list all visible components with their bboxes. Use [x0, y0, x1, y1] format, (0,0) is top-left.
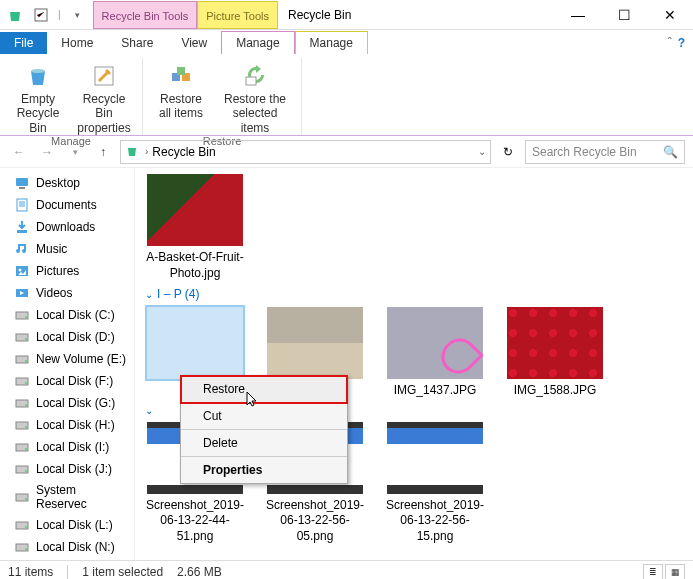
- properties-icon[interactable]: [32, 6, 50, 24]
- restore-selected-button[interactable]: Restore the selected items: [219, 60, 291, 135]
- chevron-right-icon[interactable]: ›: [145, 146, 148, 157]
- file-item[interactable]: IMG_1588.JPG: [505, 307, 605, 399]
- svg-point-17: [25, 338, 27, 340]
- file-item[interactable]: Screenshot_2019-06-13-22-56-15.png: [385, 422, 485, 545]
- minimize-button[interactable]: —: [555, 0, 601, 30]
- file-item[interactable]: IMG_1437.JPG: [385, 307, 485, 399]
- svg-point-1: [31, 69, 45, 73]
- file-name: Screenshot_2019-06-13-22-56-05.png: [265, 498, 365, 545]
- empty-recycle-bin-button[interactable]: Empty Recycle Bin: [10, 60, 66, 135]
- breadcrumb[interactable]: › Recycle Bin ⌄: [120, 140, 491, 164]
- status-item-count: 11 items: [8, 565, 53, 579]
- svg-point-21: [25, 382, 27, 384]
- group-header[interactable]: ⌄ I – P (4): [145, 287, 683, 301]
- context-menu-properties[interactable]: Properties: [181, 457, 347, 483]
- sidebar-item[interactable]: Local Disk (H:): [0, 414, 134, 436]
- sidebar-item[interactable]: New Volume (E:): [0, 348, 134, 370]
- svg-point-19: [25, 360, 27, 362]
- thumbnail: [147, 174, 243, 246]
- status-bar: 11 items 1 item selected 2.66 MB ≣ ▦: [0, 560, 693, 579]
- sidebar-item[interactable]: Local Disk (I:): [0, 436, 134, 458]
- sidebar-item[interactable]: Documents: [0, 194, 134, 216]
- context-menu-restore[interactable]: Restore: [181, 376, 347, 403]
- thumbnails-view-button[interactable]: ▦: [665, 564, 685, 580]
- manage-picture-tab[interactable]: Manage: [295, 31, 368, 54]
- manage-recycle-tab[interactable]: Manage: [221, 31, 294, 54]
- sidebar-item[interactable]: Music: [0, 238, 134, 260]
- svg-rect-10: [17, 230, 27, 233]
- file-tab[interactable]: File: [0, 32, 47, 54]
- context-menu-cut[interactable]: Cut: [181, 403, 347, 430]
- sidebar-item-label: Pictures: [36, 264, 79, 278]
- disk-icon: [14, 539, 30, 555]
- sidebar-item[interactable]: System Reservec: [0, 480, 134, 514]
- breadcrumb-text[interactable]: Recycle Bin: [152, 145, 215, 159]
- content-pane[interactable]: A-Basket-Of-Fruit-Photo.jpg⌄ I – P (4)02…: [135, 168, 693, 560]
- pictures-icon: [14, 263, 30, 279]
- context-menu-delete[interactable]: Delete: [181, 430, 347, 457]
- ribbon: Empty Recycle Bin Recycle Bin properties…: [0, 54, 693, 136]
- sidebar-item[interactable]: Local Disk (G:): [0, 392, 134, 414]
- title-bar: | ▾ Recycle Bin Tools Picture Tools Recy…: [0, 0, 693, 30]
- picture-tools-tab[interactable]: Picture Tools: [197, 1, 278, 29]
- details-view-button[interactable]: ≣: [643, 564, 663, 580]
- sidebar-item[interactable]: Downloads: [0, 216, 134, 238]
- file-name: Screenshot_2019-06-13-22-44-51.png: [145, 498, 245, 545]
- recycle-bin-tools-tab[interactable]: Recycle Bin Tools: [93, 1, 198, 29]
- svg-point-29: [25, 470, 27, 472]
- qat-dropdown-icon[interactable]: ▾: [69, 6, 87, 24]
- recycle-bin-properties-button[interactable]: Recycle Bin properties: [76, 60, 132, 135]
- sidebar-item-label: Local Disk (G:): [36, 396, 115, 410]
- window-title: Recycle Bin: [278, 8, 555, 22]
- restore-all-button[interactable]: Restore all items: [153, 60, 209, 135]
- navigation-pane[interactable]: DesktopDocumentsDownloadsMusicPicturesVi…: [0, 168, 135, 560]
- help-icon[interactable]: ?: [678, 36, 685, 50]
- sidebar-item[interactable]: Local Disk (N:): [0, 536, 134, 558]
- svg-point-27: [25, 448, 27, 450]
- close-button[interactable]: ✕: [647, 0, 693, 30]
- context-menu: RestoreCutDeleteProperties: [180, 375, 348, 484]
- file-name: Screenshot_2019-06-13-22-56-15.png: [385, 498, 485, 545]
- back-button[interactable]: ←: [8, 141, 30, 163]
- sidebar-item-label: New Volume (E:): [36, 352, 126, 366]
- disk-icon: [14, 395, 30, 411]
- thumbnail: [387, 422, 483, 494]
- sidebar-item[interactable]: Videos: [0, 282, 134, 304]
- share-tab[interactable]: Share: [107, 32, 167, 54]
- sidebar-item-label: Local Disk (C:): [36, 308, 115, 322]
- view-tab[interactable]: View: [167, 32, 221, 54]
- desktop-icon: [14, 175, 30, 191]
- refresh-button[interactable]: ↻: [497, 141, 519, 163]
- recent-dropdown[interactable]: ▾: [64, 141, 86, 163]
- collapse-ribbon-icon[interactable]: ˆ: [668, 36, 672, 50]
- breadcrumb-dropdown[interactable]: ⌄: [478, 146, 486, 157]
- sidebar-item[interactable]: Local Disk (F:): [0, 370, 134, 392]
- forward-button[interactable]: →: [36, 141, 58, 163]
- maximize-button[interactable]: ☐: [601, 0, 647, 30]
- up-button[interactable]: ↑: [92, 141, 114, 163]
- svg-rect-5: [177, 67, 185, 75]
- group-header-label: I – P (4): [157, 287, 199, 301]
- disk-icon: [14, 517, 30, 533]
- thumbnail: [267, 307, 363, 379]
- disk-icon: [14, 439, 30, 455]
- sidebar-item[interactable]: Pictures: [0, 260, 134, 282]
- file-item[interactable]: A-Basket-Of-Fruit-Photo.jpg: [145, 174, 245, 281]
- sidebar-item-label: System Reservec: [36, 483, 128, 511]
- svg-point-33: [25, 526, 27, 528]
- disk-icon: [14, 417, 30, 433]
- address-bar: ← → ▾ ↑ › Recycle Bin ⌄ ↻ Search Recycle…: [0, 136, 693, 168]
- ribbon-label: Recycle Bin properties: [76, 92, 132, 135]
- sidebar-item[interactable]: Local Disk (D:): [0, 326, 134, 348]
- restore-all-icon: [167, 62, 195, 90]
- disk-icon: [14, 329, 30, 345]
- chevron-down-icon: ⌄: [145, 405, 153, 416]
- sidebar-item-label: Local Disk (F:): [36, 374, 113, 388]
- ribbon-label: Restore all items: [159, 92, 203, 121]
- search-input[interactable]: Search Recycle Bin 🔍: [525, 140, 685, 164]
- home-tab[interactable]: Home: [47, 32, 107, 54]
- sidebar-item[interactable]: Local Disk (L:): [0, 514, 134, 536]
- sidebar-item[interactable]: Local Disk (C:): [0, 304, 134, 326]
- sidebar-item[interactable]: Local Disk (J:): [0, 458, 134, 480]
- sidebar-item[interactable]: Desktop: [0, 172, 134, 194]
